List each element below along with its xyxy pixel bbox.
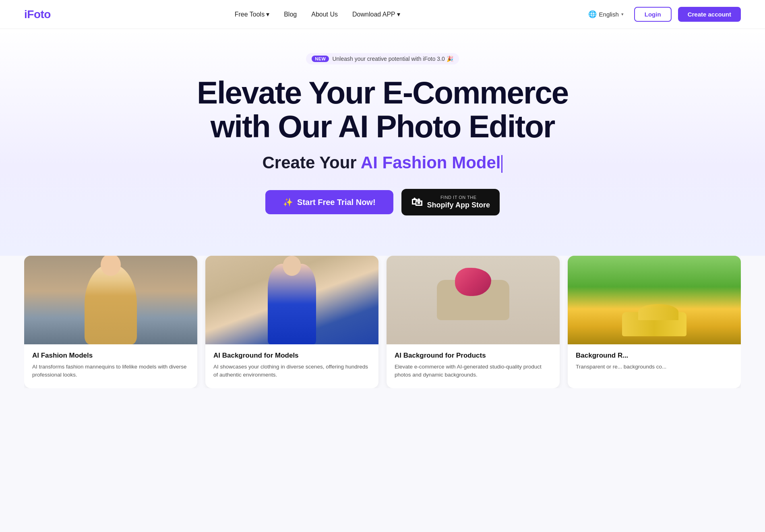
hero-section: NEW Unleash your creative potential with… [0, 29, 765, 256]
card-background-removal: Background R... Transparent or re... bac… [568, 256, 741, 388]
card-image-background-models [205, 256, 378, 344]
card-title: AI Fashion Models [32, 352, 189, 360]
sparkle-icon: ✨ [283, 197, 293, 207]
globe-icon: 🌐 [588, 10, 597, 19]
chevron-down-icon: ▾ [621, 12, 624, 17]
new-badge-wrapper: NEW Unleash your creative potential with… [16, 53, 749, 64]
text-cursor [501, 155, 502, 173]
card-title: AI Background for Products [395, 352, 552, 360]
card-body: AI Fashion Models AI transforms fashion … [24, 344, 197, 388]
card-image-fashion-models [24, 256, 197, 344]
navbar: iFoto Free Tools ▾ Blog About Us Downloa… [0, 0, 765, 29]
nav-links: Free Tools ▾ Blog About Us Download APP … [235, 10, 400, 18]
card-body: AI Background for Products Elevate e-com… [387, 344, 560, 388]
shopify-store-label: Shopify App Store [427, 201, 490, 210]
language-label: English [599, 11, 619, 18]
badge-text: Unleash your creative potential with iFo… [332, 56, 453, 62]
chevron-down-icon: ▾ [397, 10, 400, 18]
chevron-down-icon: ▾ [266, 10, 269, 18]
new-tag: NEW [312, 56, 329, 62]
card-ai-fashion-models: AI Fashion Models AI transforms fashion … [24, 256, 197, 388]
shopify-icon: 🛍 [411, 195, 422, 209]
card-ai-background-models: AI Background for Models AI showcases yo… [205, 256, 378, 388]
cards-section: AI Fashion Models AI transforms fashion … [0, 256, 765, 412]
new-badge: NEW Unleash your creative potential with… [306, 53, 459, 64]
card-description: Transparent or re... backgrounds co... [576, 363, 733, 371]
card-ai-background-products: AI Background for Products Elevate e-com… [387, 256, 560, 388]
card-image-background-removal [568, 256, 741, 344]
card-description: AI transforms fashion mannequins to life… [32, 363, 189, 379]
login-button[interactable]: Login [634, 7, 672, 22]
logo[interactable]: iFoto [24, 8, 51, 21]
nav-free-tools[interactable]: Free Tools ▾ [235, 10, 269, 18]
nav-download-app[interactable]: Download APP ▾ [352, 10, 400, 18]
card-image-background-products [387, 256, 560, 344]
shopify-app-store-button[interactable]: 🛍 FIND IT ON THE Shopify App Store [401, 189, 500, 215]
start-trial-button[interactable]: ✨ Start Free Trial Now! [265, 190, 393, 214]
cta-row: ✨ Start Free Trial Now! 🛍 FIND IT ON THE… [16, 189, 749, 215]
create-account-button[interactable]: Create account [678, 7, 741, 22]
card-description: AI showcases your clothing in diverse sc… [213, 363, 370, 379]
card-description: Elevate e-commerce with AI-generated stu… [395, 363, 552, 379]
hero-title: Elevate Your E-Commerce with Our AI Phot… [16, 76, 749, 143]
card-body: AI Background for Models AI showcases yo… [205, 344, 378, 388]
language-selector[interactable]: 🌐 English ▾ [584, 8, 628, 21]
nav-about-us[interactable]: About Us [311, 11, 338, 18]
nav-right: 🌐 English ▾ Login Create account [584, 7, 741, 22]
hero-subtitle: Create Your AI Fashion Model [16, 153, 749, 173]
nav-blog[interactable]: Blog [284, 11, 297, 18]
shopify-find-label: FIND IT ON THE [427, 195, 490, 200]
card-body: Background R... Transparent or re... bac… [568, 344, 741, 380]
subtitle-accent: AI Fashion Model [361, 153, 501, 172]
card-title: Background R... [576, 352, 733, 360]
cards-grid: AI Fashion Models AI transforms fashion … [24, 256, 741, 388]
card-title: AI Background for Models [213, 352, 370, 360]
